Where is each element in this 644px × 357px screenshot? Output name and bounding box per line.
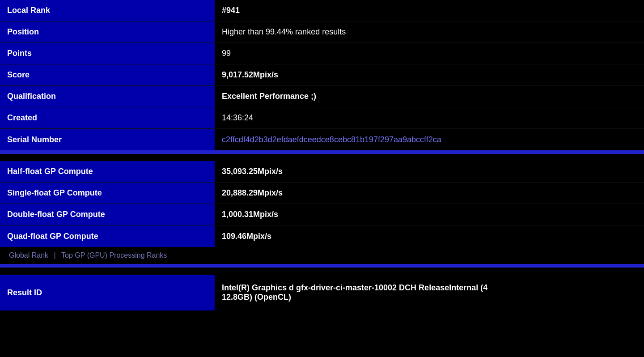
position-value: Higher than 99.44% ranked results	[215, 21, 644, 42]
position-row: Position Higher than 99.44% ranked resul…	[0, 21, 644, 43]
gap-1	[0, 154, 644, 161]
gap-2	[0, 268, 644, 275]
top-gp-link[interactable]: Top GP (GPU) Processing Ranks	[61, 251, 167, 259]
global-rank-link[interactable]: Global Rank	[9, 251, 48, 259]
points-value: 99	[215, 43, 644, 64]
footer-links: Global Rank | Top GP (GPU) Processing Ra…	[0, 247, 644, 264]
half-float-row: Half-float GP Compute 35,093.25Mpix/s	[0, 161, 644, 183]
qualification-row: Qualification Excellent Performance ;)	[0, 86, 644, 107]
serial-number-row: Serial Number c2ffcdf4d2b3d2efdaefdceedc…	[0, 129, 644, 150]
double-float-row: Double-float GP Compute 1,000.31Mpix/s	[0, 204, 644, 225]
half-float-label: Half-float GP Compute	[0, 161, 215, 182]
double-float-label: Double-float GP Compute	[0, 204, 215, 225]
points-label: Points	[0, 43, 215, 64]
score-value: 9,017.52Mpix/s	[215, 64, 644, 85]
section-divider-2	[0, 264, 644, 268]
points-row: Points 99	[0, 43, 644, 64]
created-value: 14:36:24	[215, 107, 644, 128]
quad-float-label: Quad-float GP Compute	[0, 225, 215, 247]
serial-number-value[interactable]: c2ffcdf4d2b3d2efdaefdceedce8cebc81b197f2…	[215, 129, 644, 150]
quad-float-value: 109.46Mpix/s	[215, 225, 644, 247]
score-label: Score	[0, 64, 215, 85]
section-divider-1	[0, 150, 644, 154]
created-label: Created	[0, 107, 215, 128]
result-id-label: Result ID	[0, 275, 215, 310]
qualification-label: Qualification	[0, 86, 215, 107]
position-label: Position	[0, 21, 215, 42]
half-float-value: 35,093.25Mpix/s	[215, 161, 644, 182]
summary-section: Local Rank #941 Position Higher than 99.…	[0, 0, 644, 150]
serial-number-label: Serial Number	[0, 129, 215, 150]
qualification-value: Excellent Performance ;)	[215, 86, 644, 107]
local-rank-label: Local Rank	[0, 0, 215, 21]
score-row: Score 9,017.52Mpix/s	[0, 64, 644, 86]
single-float-value: 20,888.29Mpix/s	[215, 183, 644, 204]
single-float-row: Single-float GP Compute 20,888.29Mpix/s	[0, 183, 644, 204]
quad-float-row: Quad-float GP Compute 109.46Mpix/s	[0, 225, 644, 247]
single-float-label: Single-float GP Compute	[0, 183, 215, 204]
created-row: Created 14:36:24	[0, 107, 644, 129]
result-section: Result ID Intel(R) Graphics d gfx-driver…	[0, 275, 644, 310]
result-id-row: Result ID Intel(R) Graphics d gfx-driver…	[0, 275, 644, 310]
footer-separator: |	[54, 251, 56, 259]
local-rank-value: #941	[215, 0, 644, 21]
double-float-value: 1,000.31Mpix/s	[215, 204, 644, 225]
compute-section: Half-float GP Compute 35,093.25Mpix/s Si…	[0, 161, 644, 247]
result-id-value: Intel(R) Graphics d gfx-driver-ci-master…	[215, 275, 644, 310]
local-rank-row: Local Rank #941	[0, 0, 644, 21]
